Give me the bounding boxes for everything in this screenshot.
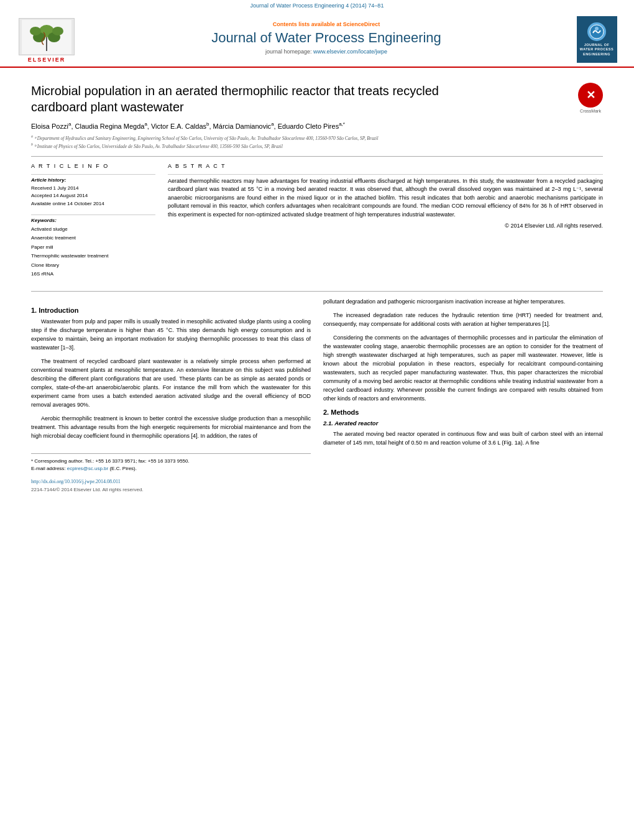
- intro-para3: Aerobic thermophilic treatment is known …: [31, 415, 311, 441]
- journal-homepage: journal homepage: www.elsevier.com/locat…: [93, 48, 559, 55]
- issn-line: 2214-7144/© 2014 Elsevier Ltd. All right…: [31, 487, 311, 492]
- crossmark-badge: ✕ CrossMark: [578, 83, 603, 113]
- sciencedirect-name: ScienceDirect: [343, 21, 380, 27]
- page: Journal of Water Process Engineering 4 (…: [0, 0, 634, 505]
- journal-logo-text: JOURNAL OFWATER PROCESSENGINEERING: [580, 43, 613, 56]
- article-info-heading: A R T I C L E I N F O: [31, 163, 155, 169]
- journal-number-line: Journal of Water Process Engineering 4 (…: [250, 2, 384, 9]
- svg-point-6: [52, 27, 63, 35]
- info-abstract-section: A R T I C L E I N F O Article history: R…: [31, 163, 603, 285]
- svg-point-8: [595, 27, 599, 30]
- crossmark-icon: ✕: [578, 83, 603, 108]
- right-para2: The increased degradation rate reduces t…: [323, 312, 603, 329]
- journal-title: Journal of Water Process Engineering: [93, 30, 559, 46]
- introduction-heading: 1. Introduction: [31, 307, 311, 314]
- received-date: Received 1 July 2014 Accepted 14 August …: [31, 185, 155, 208]
- section-divider: [31, 156, 603, 157]
- homepage-url[interactable]: www.elsevier.com/locate/jwpe: [313, 48, 387, 55]
- methods-sub-heading: 2.1. Aerated reactor: [323, 420, 603, 427]
- journal-logo-icon: [587, 22, 606, 41]
- body-right-col: pollutant degradation and pathogenic mic…: [323, 298, 603, 492]
- methods-heading: 2. Methods: [323, 408, 603, 416]
- journal-logo-right: JOURNAL OFWATER PROCESSENGINEERING: [572, 16, 622, 67]
- article-title: Microbial population in an aerated therm…: [31, 83, 460, 115]
- affiliations: a ᵃ Department of Hydraulics and Sanitar…: [31, 134, 603, 150]
- elsevier-label: ELSEVIER: [28, 57, 66, 63]
- corresponding-author: * Corresponding author. Tel.: +55 16 337…: [31, 458, 311, 465]
- intro-para2: The treatment of recycled cardboard plan…: [31, 358, 311, 410]
- doi-link[interactable]: http://dx.doi.org/10.1016/j.jwpe.2014.08…: [31, 479, 121, 484]
- email-link[interactable]: ecpires@sc.usp.br: [67, 466, 108, 471]
- footnote-section: * Corresponding author. Tel.: +55 16 337…: [31, 453, 311, 492]
- body-divider: [31, 291, 603, 292]
- article-history: Article history: Received 1 July 2014 Ac…: [31, 177, 155, 208]
- authors: Eloisa Pozzia, Claudia Regina Megdaa, Vi…: [31, 121, 603, 130]
- svg-point-5: [30, 27, 41, 35]
- abstract-text: Aerated thermophilic reactors may have a…: [168, 177, 603, 219]
- methods-para: The aerated moving bed reactor operated …: [323, 430, 603, 448]
- right-para1: pollutant degradation and pathogenic mic…: [323, 298, 603, 307]
- elsevier-logo-image: [19, 18, 75, 55]
- sciencedirect-link: Contents lists available at ScienceDirec…: [93, 21, 559, 27]
- keywords-list: Activated sludge Anaerobic treatment Pap…: [31, 225, 155, 279]
- journal-logo-box: JOURNAL OFWATER PROCESSENGINEERING: [577, 16, 617, 63]
- abstract-heading: A B S T R A C T: [168, 163, 603, 169]
- article-info: A R T I C L E I N F O Article history: R…: [31, 163, 155, 285]
- intro-para1: Wastewater from pulp and paper mills is …: [31, 318, 311, 353]
- abstract-section: A B S T R A C T Aerated thermophilic rea…: [168, 163, 603, 285]
- body-left-col: 1. Introduction Wastewater from pulp and…: [31, 298, 311, 492]
- header-center: Contents lists available at ScienceDirec…: [81, 16, 572, 67]
- elsevier-logo: ELSEVIER: [12, 16, 81, 67]
- email-line: E-mail address: ecpires@sc.usp.br (E.C. …: [31, 465, 311, 473]
- copyright-line: © 2014 Elsevier Ltd. All rights reserved…: [168, 223, 603, 229]
- right-para3: Considering the comments on the advantag…: [323, 334, 603, 404]
- body-columns: 1. Introduction Wastewater from pulp and…: [31, 298, 603, 492]
- introduction-section: 1. Introduction Wastewater from pulp and…: [31, 307, 311, 440]
- journal-header: ELSEVIER Contents lists available at Sci…: [0, 11, 634, 68]
- article-content: ✕ CrossMark Microbial population in an a…: [0, 68, 634, 505]
- keywords-box: Keywords: Activated sludge Anaerobic tre…: [31, 218, 155, 279]
